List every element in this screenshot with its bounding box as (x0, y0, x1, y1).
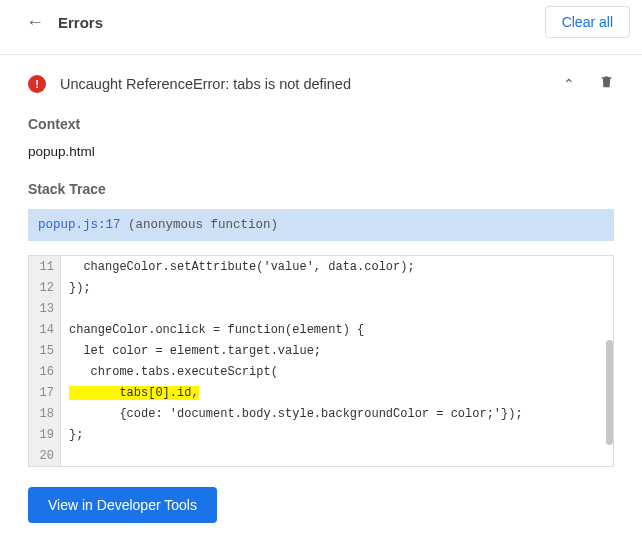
code-line: 12}); (29, 277, 613, 298)
code-line: 13 (29, 298, 613, 319)
line-number: 12 (29, 277, 61, 298)
line-number: 11 (29, 256, 61, 277)
stack-frame[interactable]: popup.js:17 (anonymous function) (28, 209, 614, 241)
line-number: 13 (29, 298, 61, 319)
collapse-icon[interactable]: ⌃ (563, 76, 575, 92)
line-number: 17 (29, 382, 61, 403)
line-number: 18 (29, 403, 61, 424)
stack-trace-heading: Stack Trace (28, 181, 614, 197)
code-line: 15 let color = element.target.value; (29, 340, 613, 361)
code-line: 16 chrome.tabs.executeScript( (29, 361, 613, 382)
code-line: 20 (29, 445, 613, 466)
line-number: 16 (29, 361, 61, 382)
clear-all-button[interactable]: Clear all (545, 6, 630, 38)
code-line: 18 {code: 'document.body.style.backgroun… (29, 403, 613, 424)
error-message: Uncaught ReferenceError: tabs is not def… (60, 76, 351, 92)
code-text: tabs[0].id, (61, 387, 199, 399)
view-devtools-button[interactable]: View in Developer Tools (28, 487, 217, 523)
context-heading: Context (28, 116, 614, 132)
code-text: }); (61, 282, 91, 294)
line-number: 15 (29, 340, 61, 361)
code-line: 19}; (29, 424, 613, 445)
frame-function: (anonymous function) (128, 218, 278, 232)
context-file: popup.html (28, 144, 614, 159)
code-line: 17 tabs[0].id, (29, 382, 613, 403)
line-number: 14 (29, 319, 61, 340)
scrollbar[interactable] (606, 256, 613, 466)
code-text: }; (61, 429, 83, 441)
line-number: 19 (29, 424, 61, 445)
trash-icon[interactable] (599, 73, 614, 94)
error-row[interactable]: ! Uncaught ReferenceError: tabs is not d… (28, 55, 614, 108)
code-text: let color = element.target.value; (61, 345, 321, 357)
back-arrow-icon[interactable]: ← (26, 13, 44, 31)
code-text: changeColor.setAttribute('value', data.c… (61, 261, 415, 273)
code-line: 14changeColor.onclick = function(element… (29, 319, 613, 340)
code-text: {code: 'document.body.style.backgroundCo… (61, 408, 523, 420)
line-number: 20 (29, 445, 61, 466)
code-viewer: 11 changeColor.setAttribute('value', dat… (28, 255, 614, 467)
code-line: 11 changeColor.setAttribute('value', dat… (29, 256, 613, 277)
code-text: changeColor.onclick = function(element) … (61, 324, 364, 336)
error-icon: ! (28, 75, 46, 93)
code-text: chrome.tabs.executeScript( (61, 366, 278, 378)
page-title: Errors (58, 14, 103, 31)
frame-location: popup.js:17 (38, 218, 121, 232)
